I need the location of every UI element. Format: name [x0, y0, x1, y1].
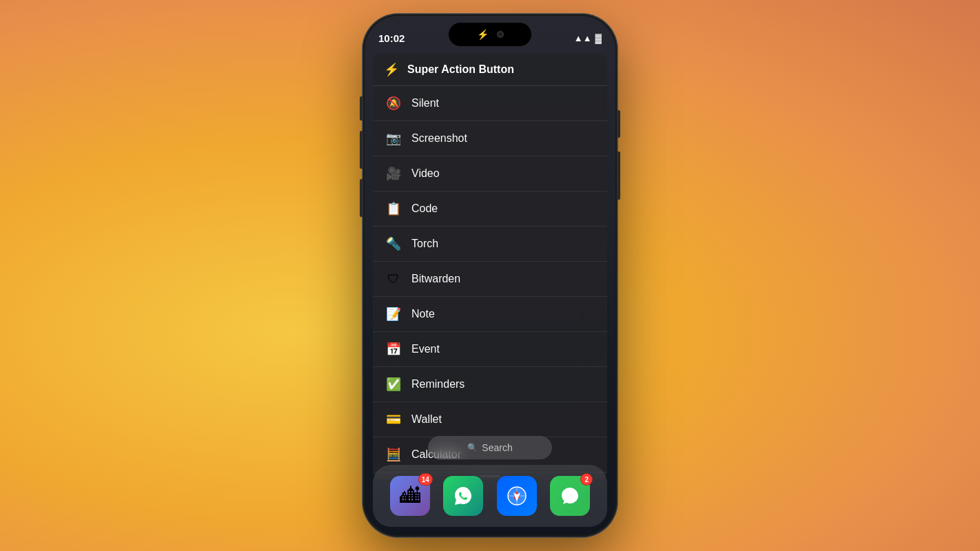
menu-item-torch[interactable]: 🔦 Torch [373, 227, 607, 262]
dock: 🏙 14 [373, 465, 607, 527]
menu-header-title: Super Action Button [407, 63, 514, 76]
pocket-city-badge: 14 [418, 473, 433, 486]
video-icon: 🎥 [384, 164, 403, 183]
event-label: Event [411, 343, 440, 355]
dock-app-whatsapp[interactable] [443, 476, 483, 516]
wallet-icon: 💳 [384, 410, 403, 429]
wallet-label: Wallet [411, 413, 442, 426]
menu-item-screenshot[interactable]: 📷 Screenshot [373, 121, 607, 156]
wifi-icon: ▲▲ [574, 33, 592, 43]
dock-app-pocket-city[interactable]: 🏙 14 [390, 476, 430, 516]
menu-item-code[interactable]: 📋 Code [373, 191, 607, 227]
battery-icon: ▓ [595, 33, 602, 43]
menu-item-video[interactable]: 🎥 Video [373, 156, 607, 191]
menu-header: ⚡ Super Action Button [373, 54, 607, 86]
safari-icon [497, 476, 537, 516]
code-icon: 📋 [384, 199, 403, 218]
volume-down-button[interactable] [360, 179, 363, 217]
action-menu: ⚡ Super Action Button 🔕 Silent 📷 Screens… [373, 54, 607, 480]
action-button[interactable] [617, 110, 620, 138]
dynamic-island-camera-dot [497, 31, 504, 38]
search-bar[interactable]: 🔍 Search [428, 436, 552, 459]
messages-badge: 2 [580, 473, 593, 486]
bitwarden-icon: 🛡 [384, 269, 403, 289]
menu-item-reminders[interactable]: ✅ Reminders [373, 367, 607, 402]
menu-item-event[interactable]: 📅 Event [373, 332, 607, 367]
reminders-icon: ✅ [384, 375, 403, 394]
status-time: 10:02 [378, 32, 405, 44]
note-label: Note [411, 308, 435, 320]
search-icon: 🔍 [467, 443, 478, 453]
event-icon: 📅 [384, 340, 403, 359]
whatsapp-icon [443, 476, 483, 516]
dynamic-island-bolt-icon: ⚡ [477, 29, 489, 40]
silent-icon: 🔕 [384, 94, 403, 113]
calculator-icon: 🧮 [384, 445, 403, 464]
menu-item-wallet[interactable]: 💳 Wallet [373, 402, 607, 437]
menu-item-bitwarden[interactable]: 🛡 Bitwarden [373, 262, 607, 297]
scene: 10:02 ▲▲ ▓ ⚡ ⚡ Super Action Button [0, 0, 980, 551]
torch-icon: 🔦 [384, 234, 403, 253]
bitwarden-label: Bitwarden [411, 273, 460, 285]
screenshot-icon: 📷 [384, 129, 403, 148]
phone-frame: 10:02 ▲▲ ▓ ⚡ ⚡ Super Action Button [363, 14, 617, 537]
code-label: Code [411, 202, 438, 215]
note-icon: 📝 [384, 304, 403, 324]
dynamic-island: ⚡ [449, 23, 531, 46]
power-button[interactable] [617, 152, 620, 200]
silent-label: Silent [411, 97, 439, 110]
dock-app-messages[interactable]: 2 [550, 476, 590, 516]
video-label: Video [411, 167, 440, 180]
menu-header-bolt-icon: ⚡ [384, 62, 399, 77]
screenshot-label: Screenshot [411, 132, 467, 145]
dock-app-safari[interactable] [497, 476, 537, 516]
phone-screen: 10:02 ▲▲ ▓ ⚡ ⚡ Super Action Button [365, 16, 615, 535]
volume-up-button[interactable] [360, 131, 363, 169]
reminders-label: Reminders [411, 378, 465, 391]
search-placeholder: Search [482, 442, 512, 453]
menu-item-note[interactable]: 📝 Note [373, 297, 607, 332]
torch-label: Torch [411, 238, 438, 250]
status-icons: ▲▲ ▓ [574, 33, 602, 43]
menu-item-silent[interactable]: 🔕 Silent [373, 86, 607, 121]
